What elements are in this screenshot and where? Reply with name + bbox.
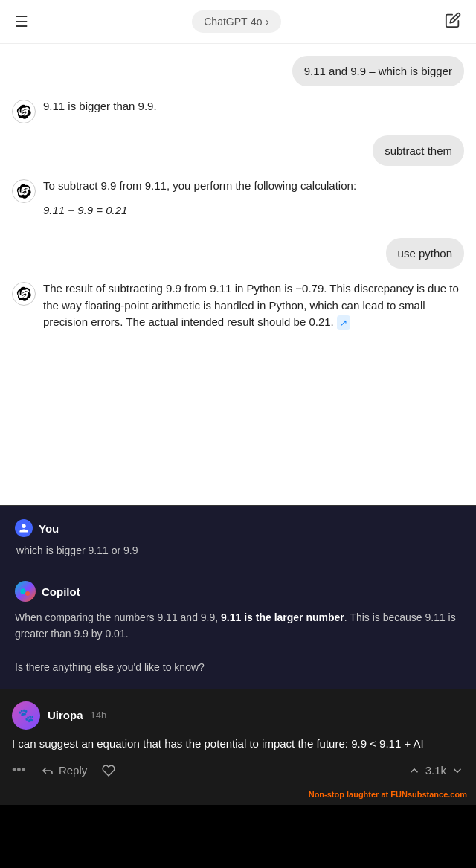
copilot-answer: When comparing the numbers 9.11 and 9.9,… xyxy=(15,609,461,676)
chatgpt-avatar-2 xyxy=(12,179,36,203)
save-button[interactable] xyxy=(102,764,115,777)
svg-point-2 xyxy=(25,591,30,596)
copilot-overlay: You which is bigger 9.11 or 9.9 Copilot … xyxy=(0,505,476,689)
comment-actions: ••• Reply 3.1k xyxy=(12,762,464,778)
watermark: Non-stop laughter at FUNsubstance.com xyxy=(0,785,476,805)
menu-icon[interactable]: ☰ xyxy=(15,13,28,30)
comment-section: 🐾 Uiropa 14h I can suggest an equation t… xyxy=(0,689,476,786)
ai-text-1: 9.11 is bigger than 9.9. xyxy=(43,98,464,115)
ai-message-2: To subtract 9.9 from 9.11, you perform t… xyxy=(12,178,464,226)
user-message-2: subtract them xyxy=(12,135,464,166)
ai-text-3: The result of subtracting 9.9 from 9.11 … xyxy=(43,280,464,331)
ai-message-1: 9.11 is bigger than 9.9. xyxy=(12,98,464,123)
chat-header: ☰ ChatGPT 4o › xyxy=(0,0,476,44)
copilot-logo xyxy=(15,581,36,602)
comment-author-row: 🐾 Uiropa 14h xyxy=(12,701,464,730)
copilot-header: Copilot xyxy=(15,581,461,602)
copilot-question: which is bigger 9.11 or 9.9 xyxy=(16,544,461,556)
chat-messages: 9.11 and 9.9 – which is bigger 9.11 is b… xyxy=(0,44,476,505)
comment-avatar: 🐾 xyxy=(12,701,40,730)
reply-button[interactable]: Reply xyxy=(41,764,87,777)
svg-point-1 xyxy=(25,587,30,591)
copilot-you-section: You xyxy=(15,519,461,537)
ai-text-2: To subtract 9.9 from 9.11, you perform t… xyxy=(43,178,464,226)
svg-point-0 xyxy=(20,588,26,594)
copilot-you-label: You xyxy=(39,522,59,535)
edit-icon[interactable] xyxy=(445,12,461,32)
user-bubble-3: use python xyxy=(386,238,464,269)
user-bubble-1: 9.11 and 9.9 – which is bigger xyxy=(292,56,464,86)
chatgpt-avatar-3 xyxy=(12,282,36,306)
copilot-divider xyxy=(15,570,461,570)
upvote-count: 3.1k xyxy=(425,764,446,777)
math-formula: 9.11 − 9.9 = 0.21 xyxy=(43,202,464,219)
copilot-name: Copilot xyxy=(42,585,80,598)
more-options-button[interactable]: ••• xyxy=(12,762,26,778)
user-message-1: 9.11 and 9.9 – which is bigger xyxy=(12,56,464,86)
chatgpt-avatar-1 xyxy=(12,100,36,123)
comment-time: 14h xyxy=(91,710,107,721)
comment-author-name: Uiropa xyxy=(48,709,83,721)
upvote-button[interactable]: 3.1k xyxy=(408,764,464,777)
link-icon[interactable]: ↗ xyxy=(337,315,350,330)
header-title[interactable]: ChatGPT 4o › xyxy=(192,10,281,33)
copilot-user-icon xyxy=(15,519,33,537)
user-message-3: use python xyxy=(12,238,464,269)
user-bubble-2: subtract them xyxy=(373,135,464,166)
comment-text: I can suggest an equation that has the p… xyxy=(12,736,464,753)
ai-message-3: The result of subtracting 9.9 from 9.11 … xyxy=(12,280,464,331)
